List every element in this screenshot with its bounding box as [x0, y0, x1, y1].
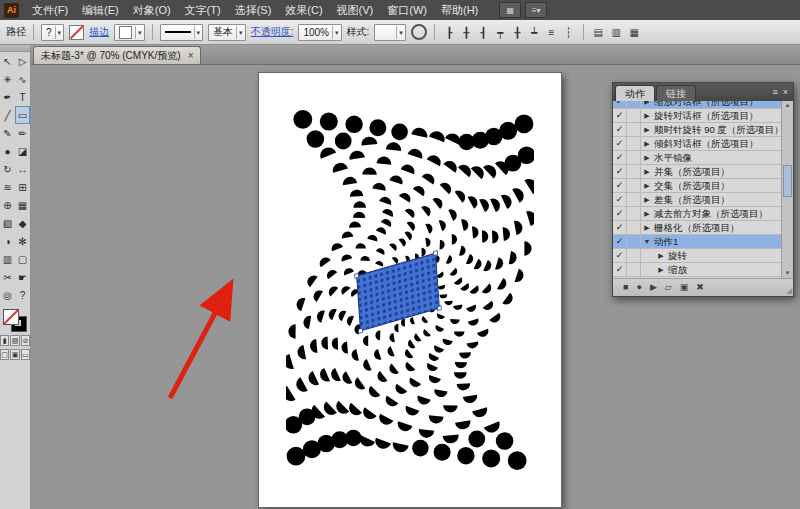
record-button[interactable]: ● — [636, 283, 641, 292]
screen-mode-button[interactable]: ▭ — [21, 349, 30, 360]
rectangle-tool[interactable]: ▭ — [15, 106, 30, 124]
expander-icon[interactable]: ▶ — [641, 109, 653, 122]
panel-close-icon[interactable]: × — [783, 88, 788, 97]
action-check[interactable]: ✓ — [613, 207, 627, 220]
action-row[interactable]: ✓▶并集（所选项目） — [613, 165, 782, 179]
expander-icon[interactable]: ▶ — [641, 207, 653, 220]
fill-proxy-swatch[interactable] — [3, 309, 19, 325]
expander-icon[interactable]: ▶ — [641, 221, 653, 234]
draw-behind-button[interactable]: ▣ — [10, 349, 19, 360]
new-action-button[interactable]: ▣ — [680, 283, 689, 292]
none-button[interactable]: ⊘ — [21, 335, 30, 346]
menu-item[interactable]: 文字(T) — [178, 0, 228, 20]
lasso-tool[interactable]: ∿ — [15, 70, 30, 88]
artboard[interactable] — [258, 72, 562, 508]
actions-scrollbar[interactable]: ▲ ▼ — [781, 101, 793, 278]
expander-icon[interactable]: ▶ — [641, 165, 653, 178]
menu-item[interactable]: 编辑(E) — [75, 0, 126, 20]
action-check[interactable]: ✓ — [613, 235, 627, 248]
expander-icon[interactable]: ▶ — [641, 151, 653, 164]
scroll-down-icon[interactable]: ▼ — [782, 269, 793, 278]
expander-icon[interactable]: ▶ — [641, 101, 653, 108]
blob-brush-tool[interactable]: ● — [0, 142, 15, 160]
workspace-switcher-icon[interactable]: ≡▾ — [525, 2, 547, 18]
menu-item[interactable]: 文件(F) — [25, 0, 75, 20]
width-tool[interactable]: ≋ — [0, 178, 15, 196]
close-icon[interactable]: × — [188, 51, 194, 61]
eyedropper-tool[interactable]: ◆ — [15, 214, 30, 232]
zoom-tool[interactable]: ◎ — [0, 286, 15, 304]
style-combo[interactable]: ▾ — [374, 24, 406, 41]
play-button[interactable]: ▶ — [650, 283, 657, 292]
action-row[interactable]: ✓▼动作1 — [613, 235, 782, 249]
action-dialog-toggle[interactable] — [627, 207, 641, 220]
color-button[interactable]: ▮ — [0, 335, 9, 346]
transform-icon[interactable]: ▤ — [591, 25, 606, 40]
expander-icon[interactable]: ▶ — [641, 193, 653, 206]
stop-button[interactable]: ■ — [623, 283, 628, 292]
action-row[interactable]: ✓▶旋转对话框（所选项目） — [613, 109, 782, 123]
paintbrush-tool[interactable]: ✎ — [0, 124, 15, 142]
stroke-color-combo[interactable]: ▾ — [114, 24, 145, 41]
distribute-h-icon[interactable]: ≡ — [544, 25, 559, 40]
action-row[interactable]: ✓▶水平镜像 — [613, 151, 782, 165]
action-row[interactable]: ✓▶倾斜对话框（所选项目） — [613, 137, 782, 151]
action-check[interactable]: ✓ — [613, 165, 627, 178]
document-setup-icon[interactable]: ▦ — [627, 25, 642, 40]
align-right-icon[interactable]: ┨ — [476, 25, 491, 40]
fill-stroke-indicator[interactable] — [3, 309, 27, 332]
shape-builder-tool[interactable]: ⊕ — [0, 196, 15, 214]
align-center-h-icon[interactable]: ╂ — [459, 25, 474, 40]
action-dialog-toggle[interactable] — [627, 235, 641, 248]
artboard-tool[interactable]: ▢ — [15, 250, 30, 268]
resize-grip[interactable]: ◢ — [787, 287, 792, 295]
pathfinder-icon[interactable]: ▥ — [609, 25, 624, 40]
tools-panel-header[interactable] — [0, 44, 30, 52]
action-row[interactable]: ✓▶交集（所选项目） — [613, 179, 782, 193]
direct-selection-tool[interactable]: ▷ — [15, 52, 30, 70]
slice-tool[interactable]: ✂ — [0, 268, 15, 286]
pen-tool[interactable]: ✒ — [0, 88, 15, 106]
free-transform-tool[interactable]: ⊞ — [15, 178, 30, 196]
gradient-button[interactable]: ▨ — [10, 335, 19, 346]
menu-item[interactable]: 视图(V) — [330, 0, 381, 20]
action-check[interactable]: ✓ — [613, 249, 627, 262]
draw-normal-button[interactable]: ▢ — [0, 349, 9, 360]
action-dialog-toggle[interactable] — [627, 101, 641, 108]
action-row[interactable]: ✓▶缩放对话框（所选项目） — [613, 101, 782, 109]
action-check[interactable]: ✓ — [613, 137, 627, 150]
brush-definition-combo[interactable]: 基本▾ — [208, 24, 246, 41]
magic-wand-tool[interactable]: ✳ — [0, 70, 15, 88]
menu-item[interactable]: 对象(O) — [126, 0, 178, 20]
arrange-documents-icon[interactable]: ▦ — [499, 2, 521, 18]
panel-menu-icon[interactable]: ≡ — [772, 88, 777, 97]
action-check[interactable]: ✓ — [613, 221, 627, 234]
action-dialog-toggle[interactable] — [627, 179, 641, 192]
stroke-weight-combo[interactable]: ▾ — [160, 24, 204, 41]
action-dialog-toggle[interactable] — [627, 123, 641, 136]
action-dialog-toggle[interactable] — [627, 165, 641, 178]
menu-item[interactable]: 帮助(H) — [434, 0, 485, 20]
scale-tool[interactable]: ↔ — [15, 160, 30, 178]
action-row[interactable]: ✓▶栅格化（所选项目） — [613, 221, 782, 235]
menu-item[interactable]: 窗口(W) — [380, 0, 434, 20]
distribute-v-icon[interactable]: ┆ — [561, 25, 576, 40]
action-row[interactable]: ✓▶减去前方对象（所选项目） — [613, 207, 782, 221]
menu-item[interactable]: 效果(C) — [278, 0, 329, 20]
recolor-artwork-icon[interactable] — [411, 24, 427, 40]
document-tab[interactable]: 未标题-3* @ 70% (CMYK/预览) × — [33, 46, 201, 64]
stroke-link[interactable]: 描边 — [89, 25, 109, 39]
expander-icon[interactable]: ▼ — [641, 235, 653, 248]
graph-tool[interactable]: ▥ — [0, 250, 15, 268]
action-check[interactable]: ✓ — [613, 179, 627, 192]
action-check[interactable]: ✓ — [613, 109, 627, 122]
action-check[interactable]: ✓ — [613, 151, 627, 164]
eraser-tool[interactable]: ◪ — [15, 142, 30, 160]
type-tool[interactable]: T — [15, 88, 30, 106]
expander-icon[interactable]: ▶ — [641, 123, 653, 136]
delete-button[interactable]: ✖ — [696, 283, 704, 292]
fill-color-swatch[interactable] — [69, 25, 84, 40]
tab-actions[interactable]: 动作 — [615, 85, 655, 101]
line-segment-tool[interactable]: ╱ — [0, 106, 15, 124]
menu-item[interactable]: 选择(S) — [228, 0, 279, 20]
